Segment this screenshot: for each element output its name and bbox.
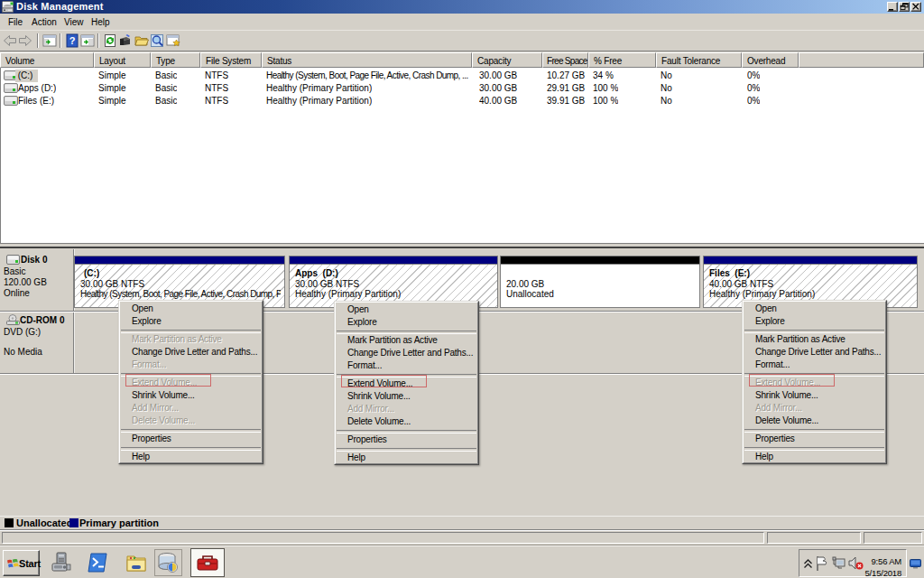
svg-text:?: ? (69, 35, 76, 46)
